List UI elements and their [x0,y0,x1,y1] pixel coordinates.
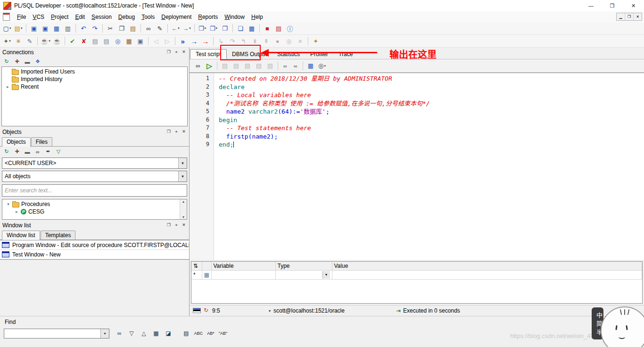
row-check-icon[interactable]: ▦ [202,271,211,280]
session-log-mug-icon[interactable]: ☕ [52,36,62,46]
redo-button[interactable]: ↷ [90,23,100,33]
view-watches-icon[interactable]: ∞ [291,61,300,71]
cascade-windows-button[interactable]: ❏ [235,23,246,33]
watch-button[interactable]: ◎ [284,36,294,46]
pin-panel-icon[interactable]: ⌖ [173,129,179,134]
step-over-test-button[interactable]: ▤ [242,61,253,71]
save-as-button[interactable]: ▣ [40,23,50,33]
preferences-button[interactable]: ✦ [2,36,12,46]
menu-item-session[interactable]: Session [88,12,115,22]
remove-icon[interactable]: ▬ [23,147,32,157]
menu-item-reports[interactable]: Reports [195,12,221,22]
find-objects-button[interactable]: ◎ [113,36,123,46]
code-lines[interactable]: -- Created on 2018/12/30 星期日 by ADMINIST… [214,73,644,260]
outdent-button[interactable]: ◁ [151,36,161,46]
close-panel-icon[interactable]: ✕ [181,50,187,55]
auto-refresh-icon[interactable]: ↻ [204,307,208,314]
search-selection-icon[interactable]: ▤ [181,329,191,338]
execute-test-button[interactable]: ▷ [204,61,215,71]
breakpoint-button[interactable]: ● [272,36,283,46]
vertical-scrollbar[interactable]: ▲ ▼ [180,199,187,219]
break-button[interactable]: → [200,36,211,46]
menu-item-tools[interactable]: Tools [138,12,158,22]
execute-button[interactable]: » [178,36,188,46]
object-search-input[interactable] [2,184,187,197]
menu-item-project[interactable]: Project [48,12,72,22]
stamp-alt-button[interactable]: ▤ [101,36,112,46]
add-icon[interactable]: ✚ [12,147,22,157]
tree-item-imported-history[interactable]: Imported History [2,75,187,83]
back-button[interactable]: ← [170,23,181,33]
type-cell[interactable]: ▾ [275,271,332,280]
regex-icon[interactable]: AB* [206,329,216,338]
close-button[interactable]: ✕ [623,0,644,11]
tree-item-recent[interactable]: ▸ Recent [2,83,187,91]
menu-item-window[interactable]: Window [221,12,248,22]
close-panel-icon[interactable]: ✕ [181,223,187,228]
session-mug-icon[interactable]: ☕ [40,36,51,46]
scroll-up-icon[interactable]: ▲ [182,200,185,203]
paste-button[interactable]: ▤ [128,23,138,33]
browser-button[interactable]: ✳ [13,36,24,46]
tab-templates[interactable]: Templates [41,231,76,240]
chevron-down-icon[interactable]: ▾ [269,309,271,313]
chevron-down-icon[interactable]: ▼ [178,171,187,182]
filter-icon[interactable]: ▽ [54,147,63,157]
tab-objects[interactable]: Objects [2,137,31,147]
edit-button[interactable]: ✎ [25,36,35,46]
variable-cell[interactable] [211,271,275,280]
run-to-exception-button[interactable]: ⇞ [261,36,272,46]
code-editor[interactable]: 123456789 -- Created on 2018/12/30 星期日 b… [190,73,644,260]
call-stack-button[interactable]: ≡ [295,36,305,46]
mdi-close-button[interactable]: ✕ [633,13,642,20]
tab-trace[interactable]: Trace [333,50,358,59]
menu-item-help[interactable]: Help [248,12,266,22]
menu-item-vcs[interactable]: VCS [29,12,48,22]
add-watch-icon[interactable]: ∞ [281,61,290,71]
break-test-button[interactable]: ▤ [220,61,230,71]
chevron-down-icon[interactable]: ▾ [100,329,109,338]
float-panel-icon[interactable]: ❐ [166,50,172,55]
window-save-button[interactable]: ❐ [220,23,230,33]
save-button[interactable]: ▣ [29,23,39,33]
find-up-icon[interactable]: △ [139,329,149,338]
mdi-restore-button[interactable]: ❐ [625,13,633,20]
tree-item-cesg[interactable]: ▸ P CESG [2,208,180,215]
run-script-button[interactable]: → [189,36,199,46]
connection-selector[interactable]: ▾ scott@localhost:1521/oracle [269,307,345,314]
float-panel-icon[interactable]: ❐ [166,129,172,134]
find-clear-icon[interactable]: ◪ [163,329,173,338]
whole-word-icon[interactable]: "AB" [218,329,228,338]
window-list-item-program[interactable]: Program Window - Edit source of procedur… [0,240,189,250]
step-into-test-button[interactable]: ▤ [231,61,241,71]
new-button[interactable]: ▢ [2,23,12,33]
window-list-item-test[interactable]: Test Window - New [0,250,189,259]
save-all-button[interactable]: ▦ [51,23,62,33]
rollback-button[interactable]: ✘ [79,36,89,46]
tab-profiler[interactable]: Profiler [305,50,333,59]
expander-icon[interactable]: ▸ [15,209,19,214]
window-open-button[interactable]: ❐ [208,23,219,33]
info-button[interactable]: ⓘ [285,23,295,33]
jobs-button[interactable]: ▦ [124,36,134,46]
tree-item-imported-fixed-users[interactable]: Imported Fixed Users [2,68,187,75]
tile-windows-button[interactable]: ▦ [247,23,257,33]
menu-item-debug[interactable]: Debug [115,12,138,22]
undo-button[interactable]: ↶ [78,23,89,33]
menu-item-deployment[interactable]: Deployment [158,12,195,22]
describe-icon[interactable]: ✒ [43,147,53,157]
variable-row[interactable]: * ▦ ▾ [191,271,642,280]
mdi-minimize-button[interactable]: ▁ [617,13,625,20]
close-panel-icon[interactable]: ✕ [181,129,187,134]
float-panel-icon[interactable]: ❐ [166,223,172,228]
debugger-glasses-icon[interactable]: ∞ [193,61,203,71]
zoom-button[interactable]: ◎ [317,61,327,71]
minimize-button[interactable]: — [580,0,602,11]
forward-button[interactable]: → [182,23,192,33]
chevron-down-icon[interactable]: ▼ [178,158,187,168]
tab-statistics[interactable]: Statistics [272,50,305,59]
tab-window-list[interactable]: Window list [2,231,40,240]
find-button[interactable]: ∞ [143,23,154,33]
window-new-button[interactable]: ❐ [197,23,207,33]
value-cell[interactable] [332,271,642,280]
